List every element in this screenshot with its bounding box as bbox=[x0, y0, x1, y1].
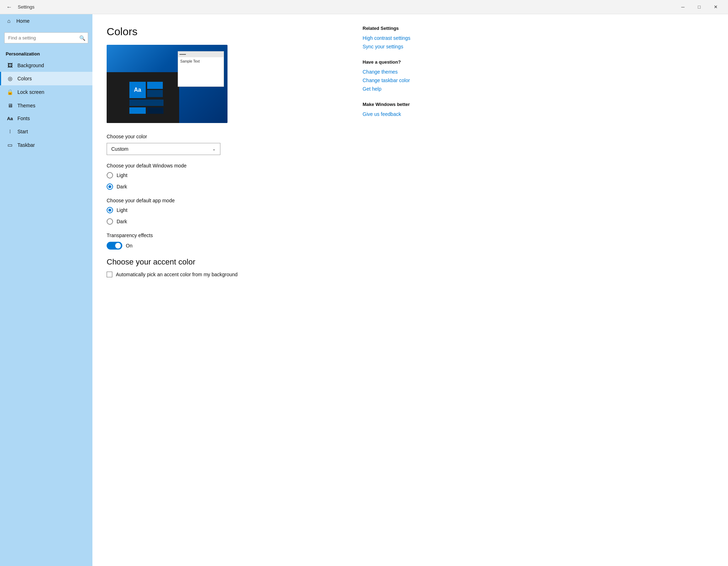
radio-label-light: Light bbox=[117, 172, 127, 178]
chevron-down-icon: ⌄ bbox=[212, 146, 216, 151]
title-bar-title: Settings bbox=[18, 4, 34, 10]
sidebar-item-themes[interactable]: 🖥 Themes bbox=[0, 99, 92, 112]
background-icon: 🖼 bbox=[7, 62, 13, 68]
sync-settings-link[interactable]: Sync your settings bbox=[363, 44, 441, 49]
windows-mode-light[interactable]: Light bbox=[107, 172, 348, 178]
section-label: Personalization bbox=[0, 46, 92, 59]
app-mode-radio-group: Light Dark bbox=[107, 207, 348, 225]
high-contrast-link[interactable]: High contrast settings bbox=[363, 35, 441, 41]
related-settings-section: Related Settings High contrast settings … bbox=[363, 26, 441, 49]
toggle-label: On bbox=[126, 243, 133, 249]
preview-tile-sm bbox=[147, 107, 164, 114]
accent-checkbox-label: Automatically pick an accent color from … bbox=[116, 272, 237, 277]
windows-mode-dark[interactable]: Dark bbox=[107, 183, 348, 190]
accent-checkbox[interactable] bbox=[107, 272, 112, 277]
radio-circle-light[interactable] bbox=[107, 172, 113, 178]
themes-icon: 🖥 bbox=[7, 102, 13, 108]
preview-tiles: Aa bbox=[129, 81, 164, 114]
accent-color-heading: Choose your accent color bbox=[107, 257, 348, 267]
taskbar-icon: ▭ bbox=[7, 142, 13, 148]
dropdown-selected: Custom bbox=[111, 146, 128, 152]
color-choice-dropdown[interactable]: Custom ⌄ bbox=[107, 143, 220, 155]
minimize-button[interactable]: ─ bbox=[675, 0, 691, 14]
make-windows-better-section: Make Windows better Give us feedback bbox=[363, 102, 441, 117]
change-taskbar-color-link[interactable]: Change taskbar color bbox=[363, 78, 441, 83]
app-mode-section: Choose your default app mode Light Dark bbox=[107, 198, 348, 225]
transparency-label: Transparency effects bbox=[107, 233, 348, 238]
back-button[interactable]: ← bbox=[4, 2, 14, 12]
home-label: Home bbox=[16, 18, 30, 24]
title-bar-controls: ─ □ ✕ bbox=[675, 0, 724, 14]
preview-tile-aa: Aa bbox=[129, 82, 146, 98]
search-input[interactable] bbox=[4, 32, 88, 43]
colors-icon: ◎ bbox=[7, 75, 13, 82]
sidebar-item-start[interactable]: ⁝ Start bbox=[0, 125, 92, 138]
preview-sample-text: Sample Text bbox=[178, 57, 224, 65]
windows-mode-section: Choose your default Windows mode Light D… bbox=[107, 163, 348, 190]
sidebar-item-label: Lock screen bbox=[17, 89, 44, 95]
sidebar-item-background[interactable]: 🖼 Background bbox=[0, 59, 92, 72]
give-feedback-link[interactable]: Give us feedback bbox=[363, 111, 441, 117]
page-title: Colors bbox=[107, 26, 348, 38]
preview-tile-sm bbox=[129, 107, 146, 114]
app-mode-dark[interactable]: Dark bbox=[107, 218, 348, 225]
preview-tile-sm bbox=[147, 82, 163, 89]
content-main: Colors Aa bbox=[107, 26, 348, 552]
sidebar-item-fonts[interactable]: Aa Fonts bbox=[0, 112, 92, 125]
have-question-heading: Have a question? bbox=[363, 59, 441, 65]
radio-label-dark: Dark bbox=[117, 184, 127, 189]
title-bar: ← Settings ─ □ ✕ bbox=[0, 0, 728, 14]
preview-background: Aa bbox=[107, 45, 228, 123]
sidebar-item-label: Themes bbox=[17, 103, 36, 108]
color-choice-label: Choose your color bbox=[107, 134, 348, 139]
sidebar-item-taskbar[interactable]: ▭ Taskbar bbox=[0, 138, 92, 152]
sidebar-search: 🔍 bbox=[4, 32, 88, 43]
app-body: ⌂ Home 🔍 Personalization 🖼 Background ◎ … bbox=[0, 14, 728, 566]
preview-tile-wide bbox=[129, 100, 164, 106]
transparency-section: Transparency effects On bbox=[107, 233, 348, 250]
preview-tile-group bbox=[147, 82, 163, 98]
sidebar-item-lock-screen[interactable]: 🔒 Lock screen bbox=[0, 85, 92, 99]
have-question-section: Have a question? Change themes Change ta… bbox=[363, 59, 441, 92]
content-side: Related Settings High contrast settings … bbox=[363, 26, 441, 552]
get-help-link[interactable]: Get help bbox=[363, 86, 441, 92]
toggle-knob bbox=[115, 243, 121, 249]
home-icon: ⌂ bbox=[6, 18, 12, 24]
fonts-icon: Aa bbox=[7, 116, 13, 121]
window-bar-line bbox=[180, 54, 186, 55]
app-mode-light[interactable]: Light bbox=[107, 207, 348, 213]
sidebar-item-home[interactable]: ⌂ Home bbox=[0, 14, 92, 27]
accent-checkbox-row[interactable]: Automatically pick an accent color from … bbox=[107, 272, 348, 277]
preview-window-bar bbox=[178, 52, 224, 57]
windows-mode-radio-group: Light Dark bbox=[107, 172, 348, 190]
sidebar-item-label: Fonts bbox=[17, 116, 30, 121]
preview-box: Aa bbox=[107, 45, 228, 123]
app-mode-label: Choose your default app mode bbox=[107, 198, 348, 203]
radio-label-app-light: Light bbox=[117, 207, 127, 213]
sidebar-item-label: Taskbar bbox=[17, 142, 35, 148]
radio-label-app-dark: Dark bbox=[117, 219, 127, 224]
radio-circle-app-light[interactable] bbox=[107, 207, 113, 213]
windows-mode-label: Choose your default Windows mode bbox=[107, 163, 348, 169]
start-icon: ⁝ bbox=[7, 128, 13, 135]
maximize-button[interactable]: □ bbox=[691, 0, 707, 14]
close-button[interactable]: ✕ bbox=[707, 0, 724, 14]
sidebar: ⌂ Home 🔍 Personalization 🖼 Background ◎ … bbox=[0, 14, 92, 566]
radio-circle-app-dark[interactable] bbox=[107, 218, 113, 225]
change-themes-link[interactable]: Change themes bbox=[363, 69, 441, 75]
make-better-heading: Make Windows better bbox=[363, 102, 441, 107]
title-bar-left: ← Settings bbox=[4, 2, 34, 12]
radio-circle-dark[interactable] bbox=[107, 183, 113, 190]
transparency-toggle[interactable] bbox=[107, 242, 122, 250]
color-choice-section: Choose your color Custom ⌄ bbox=[107, 134, 348, 155]
lock-icon: 🔒 bbox=[7, 89, 13, 95]
sidebar-item-colors[interactable]: ◎ Colors bbox=[0, 72, 92, 85]
sidebar-item-label: Start bbox=[17, 129, 28, 134]
accent-color-section: Choose your accent color Automatically p… bbox=[107, 257, 348, 277]
preview-dark-panel: Aa bbox=[107, 72, 179, 123]
toggle-row: On bbox=[107, 242, 348, 250]
preview-window: Sample Text bbox=[178, 51, 224, 87]
related-settings-heading: Related Settings bbox=[363, 26, 441, 31]
sidebar-item-label: Background bbox=[17, 63, 44, 68]
search-icon: 🔍 bbox=[79, 35, 85, 41]
